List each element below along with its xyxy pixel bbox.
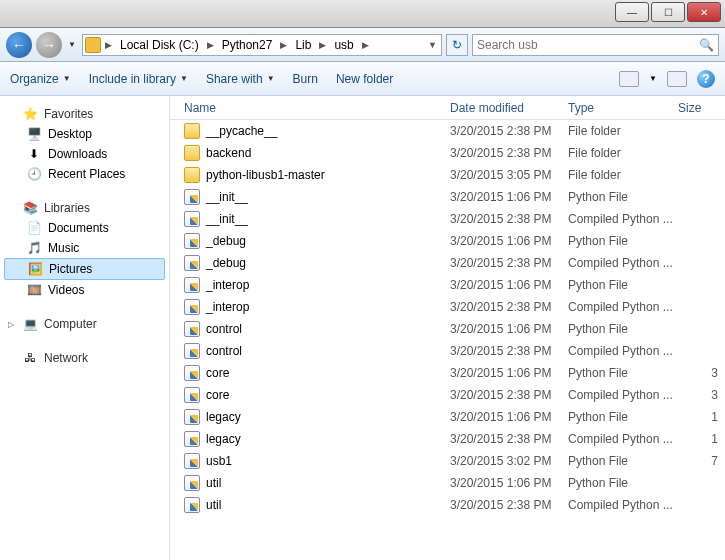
expand-icon[interactable]: ▷: [8, 320, 16, 329]
file-date: 3/20/2015 1:06 PM: [450, 322, 568, 336]
favorites-header[interactable]: ⭐ Favorites: [4, 104, 165, 124]
file-row[interactable]: __init__3/20/2015 1:06 PMPython File: [170, 186, 725, 208]
breadcrumb-dropdown[interactable]: ▼: [426, 40, 439, 50]
libraries-label: Libraries: [44, 201, 90, 215]
navigation-bar: ← → ▼ ▶ Local Disk (C:) ▶ Python27 ▶ Lib…: [0, 28, 725, 62]
computer-icon: 💻: [22, 316, 38, 332]
file-date: 3/20/2015 3:02 PM: [450, 454, 568, 468]
breadcrumb-segment[interactable]: Local Disk (C:): [116, 35, 203, 55]
chevron-down-icon[interactable]: ▼: [649, 74, 657, 83]
file-row[interactable]: util3/20/2015 1:06 PMPython File: [170, 472, 725, 494]
file-name: core: [206, 366, 229, 380]
nav-item-label: Videos: [48, 283, 84, 297]
file-type: Python File: [568, 234, 678, 248]
file-date: 3/20/2015 1:06 PM: [450, 278, 568, 292]
file-row[interactable]: control3/20/2015 2:38 PMCompiled Python …: [170, 340, 725, 362]
breadcrumb-segment[interactable]: Python27: [218, 35, 277, 55]
file-row[interactable]: _interop3/20/2015 2:38 PMCompiled Python…: [170, 296, 725, 318]
file-row[interactable]: legacy3/20/2015 2:38 PMCompiled Python .…: [170, 428, 725, 450]
chevron-right-icon[interactable]: ▶: [205, 40, 216, 50]
file-row[interactable]: backend3/20/2015 2:38 PMFile folder: [170, 142, 725, 164]
python-file-icon: [184, 233, 200, 249]
organize-menu[interactable]: Organize▼: [10, 72, 71, 86]
file-row[interactable]: __pycache__3/20/2015 2:38 PMFile folder: [170, 120, 725, 142]
file-row[interactable]: usb13/20/2015 3:02 PMPython File7: [170, 450, 725, 472]
file-row[interactable]: _debug3/20/2015 2:38 PMCompiled Python .…: [170, 252, 725, 274]
breadcrumb-segment[interactable]: Lib: [291, 35, 315, 55]
folder-icon: [184, 167, 200, 183]
include-library-menu[interactable]: Include in library▼: [89, 72, 188, 86]
breadcrumb-segment[interactable]: usb: [330, 35, 357, 55]
network-label: Network: [44, 351, 88, 365]
sidebar-item[interactable]: ⬇Downloads: [4, 144, 165, 164]
folder-icon: [184, 123, 200, 139]
forward-button[interactable]: →: [36, 32, 62, 58]
search-icon[interactable]: 🔍: [699, 38, 714, 52]
libraries-header[interactable]: 📚 Libraries: [4, 198, 165, 218]
computer-header[interactable]: ▷ 💻 Computer: [4, 314, 165, 334]
view-options-button[interactable]: [619, 71, 639, 87]
file-date: 3/20/2015 2:38 PM: [450, 212, 568, 226]
file-row[interactable]: python-libusb1-master3/20/2015 3:05 PMFi…: [170, 164, 725, 186]
file-row[interactable]: core3/20/2015 1:06 PMPython File3: [170, 362, 725, 384]
column-type[interactable]: Type: [568, 101, 678, 115]
preview-pane-button[interactable]: [667, 71, 687, 87]
file-size: 1: [678, 432, 718, 446]
column-size[interactable]: Size: [678, 101, 718, 115]
file-name: control: [206, 322, 242, 336]
file-name: core: [206, 388, 229, 402]
network-header[interactable]: 🖧 Network: [4, 348, 165, 368]
sidebar-item[interactable]: 🎵Music: [4, 238, 165, 258]
file-date: 3/20/2015 2:38 PM: [450, 124, 568, 138]
new-folder-button[interactable]: New folder: [336, 72, 393, 86]
chevron-right-icon[interactable]: ▶: [360, 40, 371, 50]
file-row[interactable]: __init__3/20/2015 2:38 PMCompiled Python…: [170, 208, 725, 230]
breadcrumb[interactable]: ▶ Local Disk (C:) ▶ Python27 ▶ Lib ▶ usb…: [82, 34, 442, 56]
help-icon[interactable]: ?: [697, 70, 715, 88]
python-file-icon: [184, 321, 200, 337]
back-button[interactable]: ←: [6, 32, 32, 58]
file-name: legacy: [206, 410, 241, 424]
refresh-button[interactable]: ↻: [446, 34, 468, 56]
main-area: ⭐ Favorites 🖥️Desktop⬇Downloads🕘Recent P…: [0, 96, 725, 560]
sidebar-item[interactable]: 🖼️Pictures: [4, 258, 165, 280]
python-file-icon: [184, 211, 200, 227]
python-file-icon: [184, 189, 200, 205]
file-date: 3/20/2015 2:38 PM: [450, 300, 568, 314]
file-row[interactable]: legacy3/20/2015 1:06 PMPython File1: [170, 406, 725, 428]
file-row[interactable]: util3/20/2015 2:38 PMCompiled Python ...: [170, 494, 725, 516]
file-type: File folder: [568, 124, 678, 138]
search-box[interactable]: 🔍: [472, 34, 719, 56]
history-dropdown[interactable]: ▼: [66, 32, 78, 58]
sidebar-item[interactable]: 🖥️Desktop: [4, 124, 165, 144]
file-date: 3/20/2015 2:38 PM: [450, 388, 568, 402]
python-file-icon: [184, 475, 200, 491]
file-type: Compiled Python ...: [568, 388, 678, 402]
share-with-menu[interactable]: Share with▼: [206, 72, 275, 86]
file-type: Python File: [568, 366, 678, 380]
chevron-right-icon[interactable]: ▶: [317, 40, 328, 50]
column-name[interactable]: Name: [170, 101, 450, 115]
file-type: Compiled Python ...: [568, 300, 678, 314]
file-row[interactable]: core3/20/2015 2:38 PMCompiled Python ...…: [170, 384, 725, 406]
burn-button[interactable]: Burn: [293, 72, 318, 86]
file-list-pane: Name Date modified Type Size __pycache__…: [170, 96, 725, 560]
column-date[interactable]: Date modified: [450, 101, 568, 115]
file-row[interactable]: control3/20/2015 1:06 PMPython File: [170, 318, 725, 340]
file-date: 3/20/2015 1:06 PM: [450, 190, 568, 204]
chevron-right-icon[interactable]: ▶: [278, 40, 289, 50]
sidebar-item[interactable]: 🕘Recent Places: [4, 164, 165, 184]
minimize-button[interactable]: —: [615, 2, 649, 22]
sidebar-item[interactable]: 📄Documents: [4, 218, 165, 238]
file-row[interactable]: _debug3/20/2015 1:06 PMPython File: [170, 230, 725, 252]
search-input[interactable]: [477, 38, 699, 52]
maximize-button[interactable]: ☐: [651, 2, 685, 22]
file-type: Python File: [568, 278, 678, 292]
chevron-right-icon[interactable]: ▶: [103, 40, 114, 50]
file-row[interactable]: _interop3/20/2015 1:06 PMPython File: [170, 274, 725, 296]
sidebar-item[interactable]: 🎞️Videos: [4, 280, 165, 300]
file-type: Python File: [568, 410, 678, 424]
file-name: _interop: [206, 278, 249, 292]
network-icon: 🖧: [22, 350, 38, 366]
close-button[interactable]: ✕: [687, 2, 721, 22]
